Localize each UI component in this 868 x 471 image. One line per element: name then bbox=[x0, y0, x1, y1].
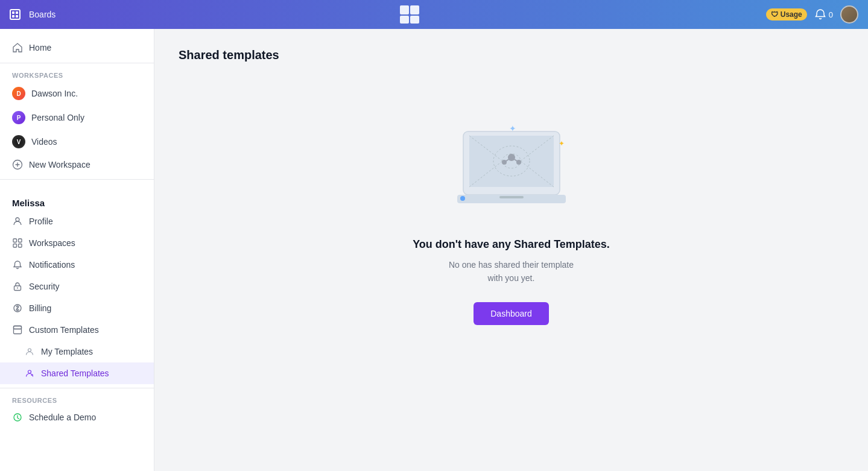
personal-avatar: P bbox=[12, 111, 25, 124]
sidebar-item-home[interactable]: Home bbox=[0, 36, 154, 59]
profile-label: Profile bbox=[29, 217, 53, 226]
dawson-label: Dawson Inc. bbox=[31, 89, 78, 98]
home-label: Home bbox=[29, 43, 51, 52]
empty-state: ✦ ✦ bbox=[179, 86, 844, 361]
topnav: Boards 🛡 Usage 0 bbox=[0, 0, 868, 29]
sidebar-item-workspaces[interactable]: Workspaces bbox=[0, 232, 154, 254]
user-name: Melissa bbox=[0, 191, 154, 210]
videos-avatar: V bbox=[12, 135, 25, 148]
usage-badge[interactable]: 🛡 Usage bbox=[766, 8, 807, 21]
svg-rect-2 bbox=[12, 15, 14, 17]
boards-icon bbox=[10, 9, 21, 20]
sidebar-item-security[interactable]: Security bbox=[0, 276, 154, 297]
grid-icon bbox=[12, 238, 23, 248]
app-body: Home Workspaces D Dawson Inc. P Personal… bbox=[0, 29, 868, 471]
empty-state-subtitle: No one has shared their template with yo… bbox=[449, 258, 574, 285]
workspaces-label: Workspaces bbox=[29, 238, 75, 248]
user-avatar[interactable] bbox=[840, 5, 858, 24]
sidebar-item-custom-templates[interactable]: Custom Templates bbox=[0, 319, 154, 341]
svg-rect-12 bbox=[13, 244, 17, 248]
dollar-icon bbox=[12, 303, 23, 314]
svg-rect-13 bbox=[19, 244, 22, 248]
svg-rect-18 bbox=[14, 326, 22, 329]
shared-templates-label: Shared Templates bbox=[41, 368, 109, 378]
svg-point-20 bbox=[28, 370, 31, 373]
svg-point-9 bbox=[16, 218, 19, 221]
dashboard-button[interactable]: Dashboard bbox=[474, 302, 549, 325]
sidebar-item-videos[interactable]: V Videos bbox=[0, 130, 154, 154]
videos-label: Videos bbox=[31, 137, 57, 147]
sidebar-item-personal[interactable]: P Personal Only bbox=[0, 106, 154, 130]
deco-star-right: ✦ bbox=[559, 139, 565, 148]
user-section: Melissa Profile bbox=[0, 191, 154, 428]
deco-dot bbox=[460, 196, 465, 201]
svg-rect-5 bbox=[410, 5, 419, 14]
notification-count: 0 bbox=[829, 10, 833, 19]
svg-point-19 bbox=[28, 349, 31, 352]
sidebar: Home Workspaces D Dawson Inc. P Personal… bbox=[0, 29, 154, 471]
schedule-demo-label: Schedule a Demo bbox=[29, 413, 96, 422]
topnav-left: Boards bbox=[10, 9, 55, 20]
divider-2 bbox=[0, 179, 154, 180]
svg-rect-36 bbox=[499, 196, 524, 198]
divider-1 bbox=[0, 63, 154, 63]
svg-rect-6 bbox=[400, 16, 409, 24]
svg-rect-7 bbox=[410, 16, 419, 24]
svg-point-15 bbox=[17, 288, 18, 289]
dawson-avatar: D bbox=[12, 87, 25, 100]
new-workspace-label: New Workspace bbox=[29, 160, 90, 169]
sidebar-item-profile[interactable]: Profile bbox=[0, 210, 154, 232]
home-icon bbox=[12, 42, 23, 53]
empty-state-title: You don't have any Shared Templates. bbox=[413, 238, 610, 251]
topnav-center bbox=[400, 5, 422, 24]
deco-star-top: ✦ bbox=[509, 124, 516, 133]
shared-templates-icon bbox=[24, 368, 35, 379]
app-logo bbox=[400, 5, 422, 24]
notification-bell[interactable]: 0 bbox=[814, 8, 833, 21]
billing-label: Billing bbox=[29, 303, 51, 313]
sidebar-item-new-workspace[interactable]: New Workspace bbox=[0, 154, 154, 175]
empty-subtitle-line1: No one has shared their template bbox=[449, 260, 574, 270]
schedule-icon bbox=[12, 412, 23, 423]
svg-rect-23 bbox=[469, 136, 554, 187]
my-templates-label: My Templates bbox=[41, 347, 93, 356]
svg-rect-4 bbox=[400, 5, 409, 14]
svg-rect-17 bbox=[14, 326, 22, 334]
sidebar-item-shared-templates[interactable]: Shared Templates bbox=[0, 362, 154, 384]
svg-rect-10 bbox=[13, 239, 17, 242]
security-label: Security bbox=[29, 282, 60, 291]
usage-label: Usage bbox=[781, 10, 802, 19]
sidebar-item-billing[interactable]: Billing bbox=[0, 297, 154, 319]
svg-rect-3 bbox=[16, 15, 18, 17]
my-templates-person-icon bbox=[24, 346, 35, 357]
svg-rect-11 bbox=[19, 239, 22, 242]
empty-illustration: ✦ ✦ bbox=[457, 122, 566, 219]
personal-label: Personal Only bbox=[31, 113, 84, 122]
svg-rect-1 bbox=[16, 11, 18, 14]
resources-section-title: Resources bbox=[0, 392, 154, 406]
sidebar-item-notifications[interactable]: Notifications bbox=[0, 254, 154, 276]
sidebar-item-dawson[interactable]: D Dawson Inc. bbox=[0, 81, 154, 106]
bell-icon bbox=[12, 259, 23, 270]
sidebar-top-section: Home Workspaces D Dawson Inc. P Personal… bbox=[0, 29, 154, 191]
plus-circle-icon bbox=[12, 159, 23, 170]
custom-templates-label: Custom Templates bbox=[29, 325, 99, 335]
sidebar-item-schedule-demo[interactable]: Schedule a Demo bbox=[0, 406, 154, 428]
sidebar-item-my-templates[interactable]: My Templates bbox=[0, 341, 154, 362]
topnav-right: 🛡 Usage 0 bbox=[766, 5, 858, 24]
svg-rect-0 bbox=[12, 11, 14, 14]
divider-3 bbox=[0, 388, 154, 388]
lock-icon bbox=[12, 281, 23, 292]
person-icon bbox=[12, 216, 23, 227]
template-icon bbox=[12, 324, 23, 335]
notifications-label: Notifications bbox=[29, 260, 75, 270]
empty-subtitle-line2: with you yet. bbox=[488, 273, 535, 283]
workspaces-section-title: Workspaces bbox=[0, 67, 154, 81]
page-title: Shared templates bbox=[179, 48, 844, 62]
main-content: Shared templates ✦ ✦ bbox=[154, 29, 868, 471]
boards-label[interactable]: Boards bbox=[29, 10, 55, 19]
